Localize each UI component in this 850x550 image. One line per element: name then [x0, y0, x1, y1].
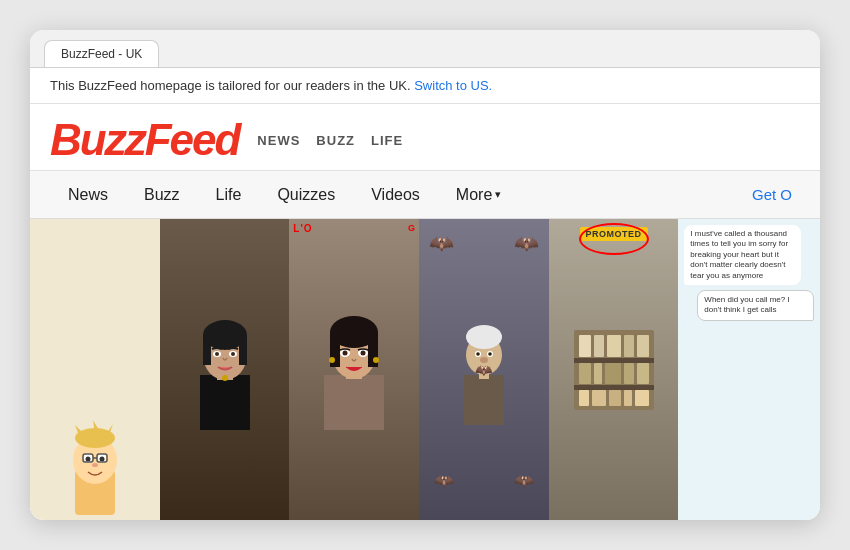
nav-item-life[interactable]: Life — [198, 171, 260, 218]
chat-bubble-left: I must've called a thousand times to tel… — [684, 225, 801, 285]
svg-rect-56 — [605, 363, 621, 384]
svg-point-34 — [361, 350, 366, 355]
nav-item-quizzes[interactable]: Quizzes — [259, 171, 353, 218]
svg-point-8 — [85, 457, 90, 462]
svg-rect-18 — [203, 335, 211, 365]
bat-icon-5: 🦇 — [475, 362, 492, 378]
svg-rect-47 — [574, 358, 654, 363]
svg-rect-62 — [624, 390, 632, 406]
bat-icon-4: 🦇 — [514, 471, 534, 490]
svg-rect-52 — [624, 335, 634, 357]
browser-tab[interactable]: BuzzFeed - UK — [44, 40, 159, 67]
svg-rect-61 — [609, 390, 621, 406]
buzzfeed-logo[interactable]: BuzzFeed — [50, 118, 239, 162]
thumbnail-woman-black[interactable] — [160, 219, 290, 520]
site-header: BuzzFeed NEWS BUZZ LIFE — [30, 104, 820, 171]
svg-rect-14 — [200, 375, 250, 430]
nav-item-more[interactable]: More ▾ — [438, 171, 519, 218]
svg-rect-51 — [607, 335, 621, 357]
svg-point-35 — [329, 357, 335, 363]
header-nav: NEWS BUZZ LIFE — [257, 133, 403, 148]
svg-point-24 — [222, 375, 228, 381]
thumbnail-chat[interactable]: I must've called a thousand times to tel… — [678, 219, 820, 520]
browser-chrome: BuzzFeed - UK — [30, 30, 820, 68]
svg-rect-54 — [579, 363, 591, 384]
browser-tabs: BuzzFeed - UK — [44, 40, 806, 67]
chat-text-left: I must've called a thousand times to tel… — [690, 229, 788, 280]
svg-point-43 — [476, 352, 480, 356]
browser-window: BuzzFeed - UK This BuzzFeed homepage is … — [30, 30, 820, 520]
bat-icon-3: 🦇 — [434, 471, 454, 490]
magazine-overlay: L'O — [293, 223, 312, 234]
thumbnail-promoted[interactable]: PROMOTED — [549, 219, 679, 520]
header-nav-buzz[interactable]: BUZZ — [316, 133, 355, 148]
nav-more-label: More — [456, 186, 492, 204]
svg-rect-63 — [635, 390, 649, 406]
nav-item-buzz[interactable]: Buzz — [126, 171, 198, 218]
svg-point-44 — [488, 352, 492, 356]
switch-to-us-link[interactable]: Switch to US. — [414, 78, 492, 93]
thumbnail-bats[interactable]: 🦇 🦇 🦇 🦇 🦇 — [419, 219, 549, 520]
svg-point-33 — [343, 350, 348, 355]
chevron-down-icon: ▾ — [495, 188, 501, 201]
uk-banner: This BuzzFeed homepage is tailored for o… — [30, 68, 820, 104]
page-content: This BuzzFeed homepage is tailored for o… — [30, 68, 820, 520]
nav-item-news[interactable]: News — [50, 171, 126, 218]
svg-rect-49 — [579, 335, 591, 357]
svg-point-23 — [231, 352, 235, 356]
thumbnails-row: L'O G — [30, 219, 820, 520]
nav-item-videos[interactable]: Videos — [353, 171, 438, 218]
thumbnail-cartoon[interactable] — [30, 219, 160, 520]
header-nav-news[interactable]: NEWS — [257, 133, 300, 148]
glamour-woman-svg — [304, 310, 404, 430]
bat-icon-1: 🦇 — [429, 231, 454, 255]
svg-rect-25 — [324, 375, 384, 430]
thumbnail-glamour-woman[interactable]: L'O G — [289, 219, 419, 520]
svg-rect-48 — [574, 385, 654, 390]
header-nav-life[interactable]: LIFE — [371, 133, 403, 148]
svg-point-22 — [215, 352, 219, 356]
chat-text-right: When did you call me? I don't think I ge… — [704, 295, 789, 314]
svg-point-36 — [373, 357, 379, 363]
svg-point-10 — [92, 463, 98, 467]
svg-point-40 — [466, 325, 502, 349]
svg-rect-55 — [594, 363, 602, 384]
nav-cta[interactable]: Get O — [744, 186, 800, 203]
chat-bubble-right: When did you call me? I don't think I ge… — [697, 290, 814, 321]
nav-bar: News Buzz Life Quizzes Videos More ▾ Get… — [30, 171, 820, 219]
banner-text: This BuzzFeed homepage is tailored for o… — [50, 78, 411, 93]
svg-rect-58 — [637, 363, 649, 384]
bat-icon-2: 🦇 — [514, 231, 539, 255]
svg-rect-57 — [624, 363, 634, 384]
svg-rect-59 — [579, 390, 589, 406]
promoted-circle — [579, 223, 649, 255]
svg-rect-53 — [637, 335, 649, 357]
svg-rect-37 — [464, 375, 504, 425]
magazine-text: G — [408, 223, 415, 233]
svg-rect-19 — [239, 335, 247, 365]
woman-black-svg — [175, 310, 275, 430]
svg-point-9 — [99, 457, 104, 462]
cartoon-svg — [50, 410, 140, 520]
svg-rect-50 — [594, 335, 604, 357]
shelves-svg — [564, 320, 664, 420]
svg-rect-60 — [592, 390, 606, 406]
